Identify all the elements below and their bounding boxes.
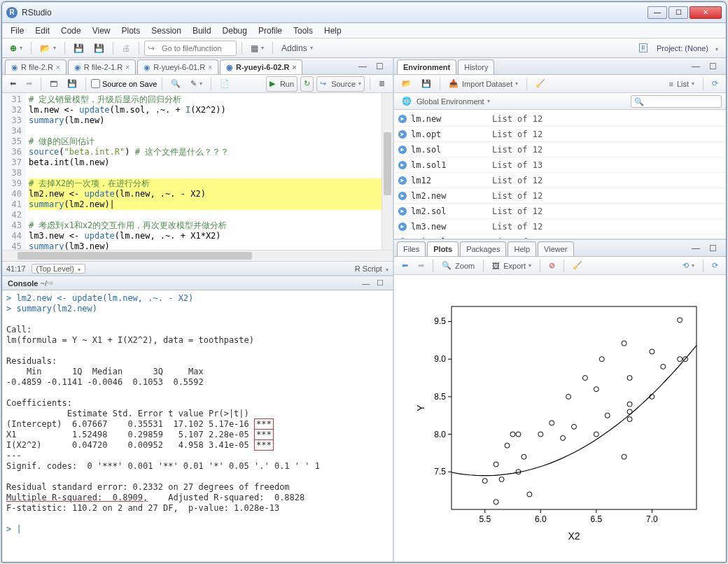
scope-selector[interactable]: (Top Level)	[31, 264, 85, 274]
rerun-button[interactable]: ↻	[300, 76, 314, 92]
compile-button[interactable]: 📄	[216, 76, 233, 92]
language-selector[interactable]: R Script	[355, 265, 388, 273]
source-tab[interactable]: ◉R file-2.R×	[5, 59, 66, 74]
clear-workspace-icon[interactable]: 🧹	[532, 76, 549, 92]
outline-button[interactable]: ≣	[375, 76, 388, 92]
scope-selector[interactable]: 🌐 Global Environment	[398, 94, 493, 109]
svg-text:9.5: 9.5	[434, 316, 446, 326]
source-tab[interactable]: ◉R file-2-1.R×	[68, 59, 136, 74]
env-item[interactable]: ▶lm.optList of 12	[394, 127, 726, 142]
menu-file[interactable]: File	[5, 24, 29, 38]
open-file-button[interactable]: 📂	[36, 41, 59, 56]
load-workspace-icon[interactable]: 📂	[398, 76, 415, 92]
minimize-pane-icon[interactable]: —	[688, 59, 704, 74]
horizontal-scrollbar[interactable]	[2, 250, 393, 261]
save-all-button[interactable]: 💾	[90, 41, 108, 56]
close-icon[interactable]: ×	[292, 64, 296, 71]
menu-session[interactable]: Session	[146, 24, 187, 38]
prev-plot-icon[interactable]: ⬅	[398, 258, 412, 274]
minimize-pane-icon[interactable]: —	[358, 276, 373, 291]
maximize-pane-icon[interactable]: ☐	[706, 241, 720, 256]
close-button[interactable]: ✕	[690, 6, 722, 19]
menu-debug[interactable]: Debug	[217, 24, 253, 38]
tab-viewer[interactable]: Viewer	[538, 241, 573, 256]
run-button[interactable]: ▶ Run	[266, 76, 298, 92]
publish-icon[interactable]: ⟲	[679, 258, 698, 274]
save-button[interactable]: 💾	[70, 41, 88, 56]
remove-plot-icon[interactable]: ⊘	[545, 258, 559, 274]
maximize-pane-icon[interactable]: ☐	[372, 59, 387, 74]
back-button[interactable]: ⬅	[6, 76, 20, 92]
zoom-button[interactable]: 🔍 Zoom	[438, 258, 478, 274]
tab-packages[interactable]: Packages	[460, 241, 506, 256]
menu-edit[interactable]: Edit	[29, 24, 55, 38]
minimize-pane-icon[interactable]: —	[355, 59, 370, 74]
env-item[interactable]: ▶lm.newList of 12	[394, 111, 726, 127]
svg-point-32	[550, 421, 554, 425]
svg-point-43	[627, 376, 632, 381]
tab-environment[interactable]: Environment	[397, 59, 456, 74]
close-icon[interactable]: ×	[125, 64, 130, 71]
env-item[interactable]: ▶lm12List of 12	[394, 173, 726, 188]
menu-plots[interactable]: Plots	[116, 24, 146, 38]
vertical-scrollbar[interactable]	[382, 93, 393, 250]
wand-button[interactable]: ✎	[187, 76, 206, 92]
grid-button[interactable]: ▦	[247, 41, 267, 56]
save-workspace-icon[interactable]: 💾	[418, 76, 435, 92]
project-menu[interactable]: 🅁 Project: (None)	[636, 41, 722, 56]
svg-point-37	[594, 432, 598, 437]
tab-plots[interactable]: Plots	[427, 241, 458, 256]
tab-help[interactable]: Help	[507, 241, 536, 256]
print-button[interactable]: 🖨	[118, 41, 134, 56]
goto-file-function[interactable]: ↪	[144, 41, 237, 56]
tab-history[interactable]: History	[458, 59, 494, 74]
refresh-icon[interactable]: ⟳	[708, 76, 722, 92]
svg-point-33	[561, 435, 566, 440]
export-button[interactable]: 🖼 Export	[489, 258, 535, 274]
close-icon[interactable]: ×	[56, 64, 60, 71]
source-tab-active[interactable]: ◉R-yueyi-6-02.R×	[220, 59, 302, 74]
goto-file-input[interactable]	[159, 41, 236, 55]
env-item[interactable]: ▶lm2.newList of 12	[394, 188, 726, 204]
console[interactable]: > lm2.new <- update(lm.new, .~. - X2) > …	[2, 290, 393, 562]
source-button[interactable]: ↪ Source	[316, 76, 365, 92]
new-file-button[interactable]: ⊕	[6, 41, 26, 56]
svg-point-51	[678, 357, 682, 362]
minimize-pane-icon[interactable]: —	[688, 241, 704, 256]
minimize-button[interactable]: —	[648, 6, 667, 19]
maximize-pane-icon[interactable]: ☐	[373, 276, 387, 291]
source-tab[interactable]: ◉R-yueyi-6-01.R×	[137, 59, 218, 74]
tab-files[interactable]: Files	[397, 241, 426, 256]
clear-plots-icon[interactable]: 🧹	[569, 258, 586, 274]
find-button[interactable]: 🔍	[167, 76, 184, 92]
import-dataset-button[interactable]: 📥 Import Dataset	[445, 76, 522, 92]
refresh-icon[interactable]: ⟳	[708, 258, 722, 274]
save-button[interactable]: 💾	[64, 76, 80, 92]
plots-tabbar: Files Plots Packages Help Viewer — ☐	[394, 240, 726, 257]
svg-point-42	[622, 341, 626, 346]
forward-button[interactable]: ➡	[22, 76, 36, 92]
close-icon[interactable]: ×	[208, 64, 212, 71]
env-item[interactable]: ▶lm.solList of 12	[394, 142, 726, 157]
env-search-input[interactable]	[631, 95, 722, 108]
menu-code[interactable]: Code	[55, 24, 87, 38]
show-in-new-window-icon[interactable]: 🗔	[46, 76, 61, 92]
environment-list[interactable]: ▶lm.newList of 12▶lm.optList of 12▶lm.so…	[394, 110, 726, 239]
svg-point-24	[499, 477, 504, 482]
menu-view[interactable]: View	[87, 24, 116, 38]
env-item[interactable]: ▶lm3.newList of 12	[394, 219, 726, 234]
menu-profile[interactable]: Profile	[253, 24, 288, 38]
next-plot-icon[interactable]: ➡	[414, 258, 428, 274]
env-item[interactable]: ▶lm.sol1List of 13	[394, 157, 726, 173]
view-mode-button[interactable]: ≡ List	[665, 76, 698, 92]
maximize-pane-icon[interactable]: ☐	[706, 59, 720, 74]
menu-help[interactable]: Help	[318, 24, 347, 38]
menu-build[interactable]: Build	[187, 24, 217, 38]
code-editor[interactable]: 31323334353637383940414243444546 # 定义销量模…	[2, 93, 393, 250]
source-on-save-checkbox[interactable]: Source on Save	[91, 79, 157, 88]
menu-tools[interactable]: Tools	[288, 24, 318, 38]
svg-point-21	[482, 479, 487, 484]
addins-button[interactable]: Addins	[278, 41, 316, 56]
env-item[interactable]: ▶lm2.solList of 12	[394, 204, 726, 219]
maximize-button[interactable]: ☐	[668, 6, 688, 19]
